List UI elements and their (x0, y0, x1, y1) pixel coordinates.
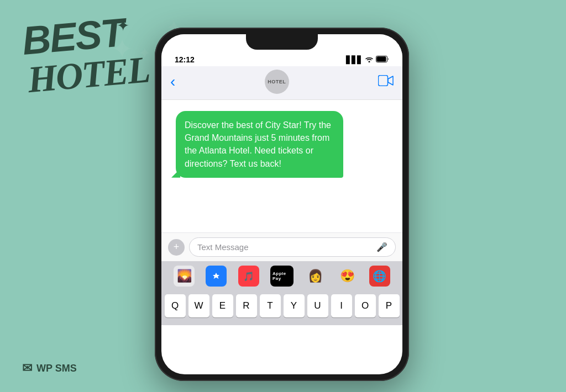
phone-outer: 12:12 ▋▋▋ (155, 28, 409, 381)
contact-avatar: HOTEL (265, 70, 289, 94)
imessage-header: ‹ HOTEL (161, 66, 402, 100)
keyboard-row-1: Q W E R T Y U I O P (164, 294, 400, 317)
phone-notch (246, 34, 318, 50)
key-y[interactable]: Y (284, 294, 305, 317)
svg-rect-1 (377, 56, 386, 61)
photos-app-btn[interactable]: 🌄 (174, 266, 195, 287)
wp-sms-icon: ✉ (22, 361, 32, 375)
key-u[interactable]: U (307, 294, 328, 317)
status-time: 12:12 (175, 55, 195, 64)
key-r[interactable]: R (236, 294, 257, 317)
wp-sms-branding: ✉ WP SMS (22, 361, 77, 375)
key-p[interactable]: P (379, 294, 400, 317)
logo-star: ✦ (117, 17, 129, 35)
battery-icon (376, 56, 389, 64)
key-e[interactable]: E (212, 294, 233, 317)
text-input[interactable]: Text Message 🎤 (189, 237, 396, 257)
keyboard: Q W E R T Y U I O P (161, 291, 402, 325)
back-button[interactable]: ‹ (170, 73, 175, 91)
video-call-button[interactable] (378, 75, 394, 89)
logo-hotel: Hotel (26, 51, 145, 98)
emoji-app-row: 🌄 🎵 Apple Pay 👩 😍 🌐 (161, 261, 402, 291)
input-area: + Text Message 🎤 (161, 232, 402, 261)
input-placeholder: Text Message (197, 242, 249, 252)
key-q[interactable]: Q (165, 294, 186, 317)
wp-sms-label: WP SMS (36, 363, 77, 374)
memoji-btn[interactable]: 👩 (305, 266, 326, 287)
key-t[interactable]: T (260, 294, 281, 317)
add-attachment-button[interactable]: + (168, 239, 185, 256)
status-icons: ▋▋▋ (346, 56, 389, 64)
wifi-icon (365, 56, 374, 64)
sticker-btn[interactable]: 😍 (337, 266, 358, 287)
signal-icon: ▋▋▋ (346, 56, 363, 64)
message-bubble: Discover the best of City Star! Try the … (176, 111, 343, 178)
phone-screen: 12:12 ▋▋▋ (161, 34, 402, 374)
message-area: Discover the best of City Star! Try the … (161, 100, 402, 232)
key-o[interactable]: O (355, 294, 376, 317)
svg-rect-2 (378, 75, 387, 86)
music-btn[interactable]: 🎵 (238, 266, 259, 287)
logo-area: BEST ✦ Hotel (22, 17, 138, 94)
message-text: Discover the best of City Star! Try the … (185, 120, 331, 168)
apple-pay-btn[interactable]: Apple Pay (270, 266, 294, 287)
globe-btn[interactable]: 🌐 (369, 266, 390, 287)
contact-info: HOTEL (265, 70, 289, 94)
appstore-btn[interactable] (206, 266, 227, 287)
key-i[interactable]: I (331, 294, 352, 317)
key-w[interactable]: W (188, 294, 209, 317)
mic-button[interactable]: 🎤 (376, 242, 387, 252)
phone-mockup: 12:12 ▋▋▋ (155, 28, 409, 381)
